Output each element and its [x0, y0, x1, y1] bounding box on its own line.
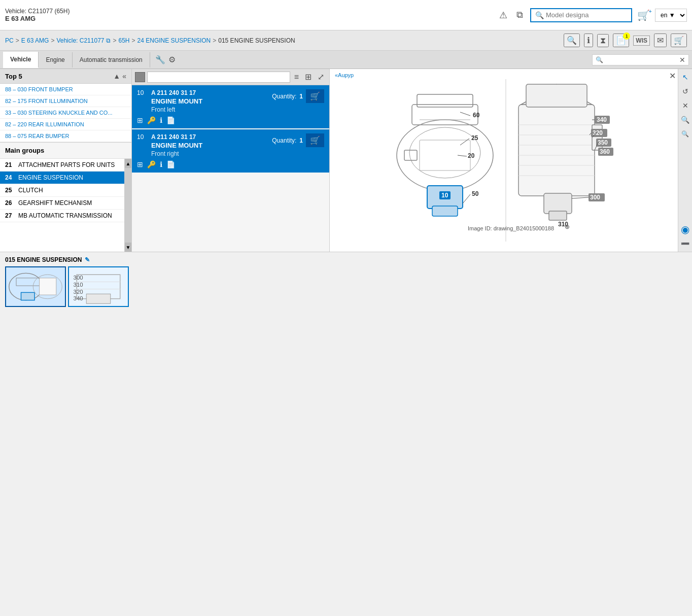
svg-rect-3	[417, 94, 473, 107]
mail-icon[interactable]: ✉	[654, 33, 667, 47]
breadcrumb-e63[interactable]: E 63 AMG	[21, 37, 49, 44]
breadcrumb-tools: 🔍 ℹ ⧗ 📄1 WIS ✉ 🛒	[564, 33, 687, 47]
copy-vehicle-icon[interactable]: ⧉	[106, 37, 111, 44]
parts-list-view-button[interactable]: ≡	[292, 72, 301, 83]
svg-text:20: 20	[468, 152, 475, 159]
part-info: A 211 240 31 17 ENGINE MOUNT Front right	[151, 133, 272, 157]
header: Vehicle: C211077 (65H) E 63 AMG ⚠ ⧉ 🔍 🛒+…	[0, 0, 692, 30]
language-select[interactable]: en ▼ de fr	[655, 9, 687, 22]
svg-text:10: 10	[441, 192, 448, 199]
scroll-down-button[interactable]: ▼	[125, 243, 131, 252]
bottom-section-title: 015 ENGINE SUSPENSION ✎	[5, 256, 687, 263]
top5-item[interactable]: 33 – 030 STEERING KNUCKLE AND CO...	[0, 107, 131, 119]
breadcrumb-current: 015 ENGINE SUSPENSION	[218, 37, 295, 44]
top5-item[interactable]: 82 – 220 REAR ILLUMINATION	[0, 119, 131, 130]
part-action-icons: ⊞ 🔑 ℹ 📄	[137, 160, 324, 168]
zoom-in-icon[interactable]: 🔍	[564, 33, 580, 47]
svg-rect-24	[526, 84, 587, 107]
svg-rect-10	[404, 150, 417, 160]
document-icon[interactable]: 📄1	[613, 33, 629, 47]
svg-text:25: 25	[471, 134, 478, 142]
image-tool-blue-indicator[interactable]: ◉	[679, 223, 691, 235]
image-panel: ✕ «Auрур	[330, 69, 692, 252]
top5-minimize-button[interactable]: «	[122, 72, 126, 80]
part-name: ENGINE MOUNT	[151, 142, 272, 149]
thumbnail-2[interactable]: 300 310 320 340	[68, 266, 129, 307]
thumbnails: 300 310 320 340	[5, 266, 687, 307]
bottom-section: 015 ENGINE SUSPENSION ✎ 300 310 320 340	[0, 252, 692, 311]
main-groups-header: Main groups	[0, 143, 131, 159]
svg-rect-9	[420, 140, 470, 170]
tab-tool-icon2[interactable]: ⚙	[168, 55, 176, 64]
svg-text:300: 300	[590, 194, 600, 201]
svg-line-18	[460, 112, 470, 116]
group-item-26[interactable]: 26 GEARSHIFT MECHANISM	[0, 197, 131, 210]
part-info-icon[interactable]: ℹ	[160, 160, 162, 168]
tab-automatic-transmission[interactable]: Automatic transmission	[73, 52, 150, 67]
breadcrumb-engine-suspension[interactable]: 24 ENGINE SUSPENSION	[137, 37, 211, 44]
top5-item[interactable]: 82 – 175 FRONT ILLUMINATION	[0, 95, 131, 107]
part-doc-icon[interactable]: 📄	[166, 160, 175, 168]
part-grid-icon[interactable]: ⊞	[137, 116, 143, 124]
top5-item[interactable]: 88 – 075 REAR BUMPER	[0, 130, 131, 142]
thumbnail-1[interactable]	[5, 266, 66, 307]
svg-text:360: 360	[600, 148, 610, 155]
copy-button[interactable]: ⧉	[514, 8, 525, 22]
part-grid-icon[interactable]: ⊞	[137, 160, 143, 168]
tab-search-input[interactable]	[603, 56, 679, 63]
add-to-cart-button[interactable]: 🛒	[306, 133, 324, 147]
part-action-icons: ⊞ 🔑 ℹ 📄	[137, 116, 324, 124]
parts-search-input[interactable]	[147, 72, 290, 83]
scrollbar[interactable]: ▲ ▼	[124, 159, 131, 252]
svg-text:50: 50	[472, 190, 479, 197]
image-tool-zoom-out[interactable]: 🔍	[679, 128, 691, 140]
part-key-icon[interactable]: 🔑	[147, 116, 156, 124]
model-search-input[interactable]	[546, 11, 627, 19]
tab-search-close-button[interactable]: ✕	[679, 56, 685, 64]
breadcrumb-65h[interactable]: 65H	[119, 37, 130, 44]
image-tool-zoom-in[interactable]: 🔍	[679, 114, 691, 126]
warning-button[interactable]: ⚠	[497, 8, 509, 23]
wis-icon[interactable]: WIS	[633, 36, 650, 46]
svg-rect-52	[16, 278, 41, 286]
part-doc-icon[interactable]: 📄	[166, 116, 175, 124]
info-icon[interactable]: ℹ	[584, 33, 593, 47]
part-info-icon[interactable]: ℹ	[160, 116, 162, 124]
thumb-svg-2: 300 310 320 340	[69, 267, 128, 306]
svg-text:⊕: ⊕	[565, 223, 570, 230]
tab-engine[interactable]: Engine	[39, 52, 72, 67]
group-item-25[interactable]: 25 CLUTCH	[0, 184, 131, 197]
model-search-box: 🔍	[530, 8, 632, 22]
group-item-24[interactable]: 24 ENGINE SUSPENSION	[0, 172, 131, 184]
cart-bc-icon[interactable]: 🛒	[671, 33, 687, 47]
tab-vehicle[interactable]: Vehicle	[3, 52, 39, 68]
parts-grid-view-button[interactable]: ⊞	[303, 71, 314, 83]
image-tool-cursor[interactable]: ↖	[679, 71, 691, 83]
part-key-icon[interactable]: 🔑	[147, 160, 156, 168]
image-tool-close[interactable]: ✕	[679, 99, 691, 112]
svg-rect-53	[21, 292, 35, 300]
add-to-cart-button[interactable]: 🛒	[306, 89, 324, 103]
parts-expand-button[interactable]: ⤢	[316, 71, 326, 83]
group-item-27[interactable]: 27 MB AUTOMATIC TRANSMISSION	[0, 210, 131, 222]
breadcrumb-pc[interactable]: PC	[5, 37, 14, 44]
filter-icon[interactable]: ⧗	[597, 34, 609, 47]
edit-icon[interactable]: ✎	[85, 256, 90, 263]
image-id-label: Image ID: drawing_B24015000188	[468, 225, 554, 231]
group-item-21[interactable]: 21 ATTACHMENT PARTS FOR UNITS	[0, 159, 131, 172]
tab-tool-icon1[interactable]: 🔧	[155, 55, 165, 64]
cart-button[interactable]: 🛒+	[637, 9, 650, 21]
vehicle-code: Vehicle: C211077 (65H)	[5, 8, 70, 15]
left-panel: Top 5 ▲ « 88 – 030 FRONT BUMPER 82 – 175…	[0, 69, 132, 252]
tab-icons: 🔧 ⚙	[155, 55, 176, 64]
parts-toolbar: ≡ ⊞ ⤢	[132, 69, 329, 85]
image-toolbar: ↖ ↺ ✕ 🔍 🔍 ◉ ➖	[678, 69, 692, 252]
top5-collapse-button[interactable]: ▲	[113, 72, 120, 80]
top5-item[interactable]: 88 – 030 FRONT BUMPER	[0, 84, 131, 95]
breadcrumb-vehicle[interactable]: Vehicle: C211077	[56, 37, 104, 44]
part-quantity: Quantity: 1 🛒	[272, 133, 324, 147]
image-tool-minus[interactable]: ➖	[679, 237, 691, 250]
scroll-up-button[interactable]: ▲	[125, 159, 131, 168]
image-tool-rotate[interactable]: ↺	[679, 85, 691, 97]
header-controls: ⚠ ⧉ 🔍 🛒+ en ▼ de fr	[497, 8, 687, 23]
